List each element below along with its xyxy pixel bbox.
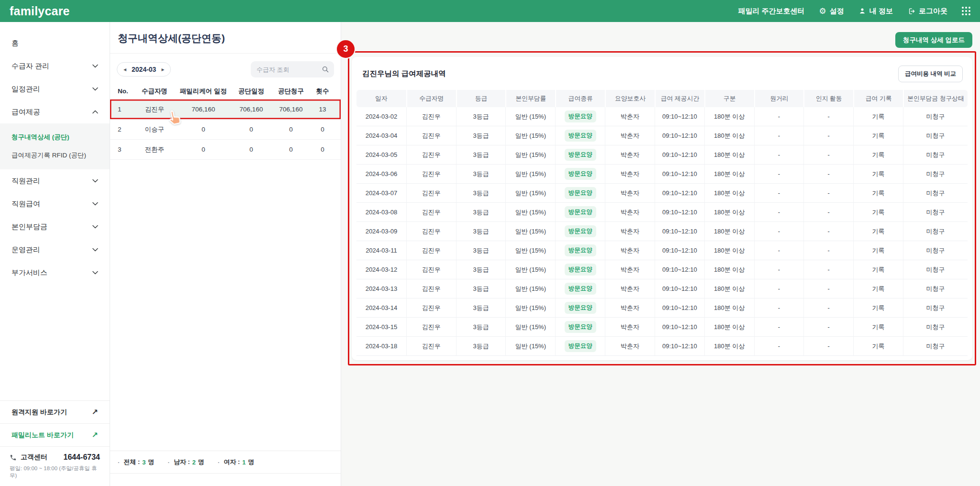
detail-table-body: 2024-03-02김진우3등급일반 (15%)방문요양박춘자09:10~12:… bbox=[356, 107, 968, 356]
cell: 박춘자 bbox=[605, 107, 655, 126]
prev-month-button[interactable]: ◂ bbox=[123, 66, 126, 72]
cell: - bbox=[754, 145, 804, 164]
cell: 김진우 bbox=[406, 184, 456, 202]
sidebar-item-label: 일정관리 bbox=[11, 85, 40, 94]
sidebar-item-label: 급여제공 bbox=[11, 108, 40, 117]
cell: 미청구 bbox=[903, 145, 968, 164]
cell: 일반 (15%) bbox=[505, 126, 555, 145]
cell: 0 bbox=[232, 126, 271, 133]
chevron-down-icon bbox=[92, 271, 98, 275]
sidebar-item-label: 부가서비스 bbox=[11, 268, 47, 277]
logo[interactable]: familycare bbox=[10, 4, 70, 18]
sidebar-item-staff-mgmt[interactable]: 직원관리 bbox=[0, 169, 110, 192]
cell: 일반 (15%) bbox=[505, 279, 555, 298]
column-header: 본인부담률 bbox=[505, 90, 555, 107]
cell: 일반 (15%) bbox=[505, 203, 555, 221]
cell: 일반 (15%) bbox=[505, 260, 555, 279]
cell: 박춘자 bbox=[605, 279, 655, 298]
gear-icon: ⚙ bbox=[819, 7, 826, 15]
cell: 09:10~12:10 bbox=[655, 126, 704, 145]
recipient-table-body: 1김진우706,160706,160706,16013 2이승구00003전환주… bbox=[110, 99, 341, 160]
column-header: 공단일정 bbox=[232, 87, 271, 96]
column-header: 공단청구 bbox=[271, 87, 311, 96]
settings-label: 설정 bbox=[830, 7, 844, 16]
sidebar-item-staff-payroll[interactable]: 직원급여 bbox=[0, 192, 110, 215]
cell: 박춘자 bbox=[605, 126, 655, 145]
cell: 0 bbox=[175, 126, 232, 133]
topbar: familycare 패밀리 주간보호센터 ⚙ 설정 내 정보 bbox=[0, 0, 980, 22]
cell: 일반 (15%) bbox=[505, 165, 555, 183]
cell: 일반 (15%) bbox=[505, 107, 555, 126]
cell: 기록 bbox=[853, 298, 903, 317]
sidebar-subitem-claim-detail[interactable]: 청구내역상세 (공단) bbox=[0, 128, 110, 146]
cell: 3등급 bbox=[456, 222, 506, 241]
detail-row: 2024-03-07김진우3등급일반 (15%)방문요양박춘자09:10~12:… bbox=[356, 184, 968, 203]
sidebar-item-extra-services[interactable]: 부가서비스 bbox=[0, 261, 110, 284]
cell: 09:10~12:10 bbox=[655, 260, 704, 279]
cell: - bbox=[754, 107, 804, 126]
cell: 09:10~12:10 bbox=[655, 279, 704, 298]
benefit-detail-panel: 김진우님의 급여제공내역 급여비용 내역 비교 일자수급자명등급본인부담률급여종… bbox=[352, 57, 972, 360]
sidebar-subitem-label: 급여제공기록 RFID (공단) bbox=[11, 151, 86, 160]
sidebar-item-copayment[interactable]: 본인부담금 bbox=[0, 215, 110, 238]
cell: - bbox=[803, 107, 853, 126]
apps-grid-icon[interactable] bbox=[962, 7, 970, 15]
my-info-button[interactable]: 내 정보 bbox=[858, 7, 893, 16]
recipient-row[interactable]: 2이승구0000 bbox=[110, 120, 341, 140]
sidebar-item-home[interactable]: 홈 bbox=[0, 32, 110, 55]
cell: 3 bbox=[117, 146, 134, 153]
sidebar-item-recipient-mgmt[interactable]: 수급자 관리 bbox=[0, 55, 110, 77]
cell: 김진우 bbox=[406, 318, 456, 336]
cell: 일반 (15%) bbox=[505, 298, 555, 317]
cell: - bbox=[803, 222, 853, 241]
column-header: 수급자명 bbox=[406, 90, 456, 107]
logout-button[interactable]: 로그아웃 bbox=[907, 7, 947, 16]
search-icon[interactable] bbox=[322, 66, 329, 73]
column-header: 급여 제공시간 bbox=[655, 90, 704, 107]
cell: 박춘자 bbox=[605, 203, 655, 221]
cell: 박춘자 bbox=[605, 165, 655, 183]
cell: 180분 이상 bbox=[704, 279, 754, 298]
cell: 3등급 bbox=[456, 184, 506, 202]
remote-support-link[interactable]: 원격지원 바로가기 ↗ bbox=[0, 400, 110, 423]
cell: 3등급 bbox=[456, 279, 506, 298]
detail-row: 2024-03-05김진우3등급일반 (15%)방문요양박춘자09:10~12:… bbox=[356, 145, 968, 165]
recipient-row[interactable]: 3전환주0000 bbox=[110, 140, 341, 160]
center-name: 패밀리 주간보호센터 bbox=[738, 7, 804, 16]
sidebar-subitem-rfid-record[interactable]: 급여제공기록 RFID (공단) bbox=[0, 146, 110, 165]
cell: - bbox=[803, 241, 853, 260]
column-header: 인지 활동 bbox=[803, 90, 853, 107]
cell: 2024-03-14 bbox=[356, 298, 406, 317]
quick-link-label: 패밀리노트 바로가기 bbox=[11, 431, 74, 440]
recipient-row[interactable]: 1김진우706,160706,160706,16013 bbox=[110, 99, 341, 120]
upload-claim-detail-button[interactable]: 청구내역 상세 업로드 bbox=[895, 32, 972, 48]
cell: 180분 이상 bbox=[704, 241, 754, 260]
familynote-link[interactable]: 패밀리노트 바로가기 ↗ bbox=[0, 423, 110, 446]
benefit-type-cell: 방문요양 bbox=[555, 279, 605, 298]
cell: - bbox=[754, 165, 804, 183]
search-input[interactable] bbox=[256, 66, 322, 73]
next-month-button[interactable]: ▸ bbox=[161, 66, 164, 72]
settings-button[interactable]: ⚙ 설정 bbox=[819, 7, 844, 16]
cell: 일반 (15%) bbox=[505, 318, 555, 336]
cell: 김진우 bbox=[406, 165, 456, 183]
cell: 3등급 bbox=[456, 107, 506, 126]
cell: 기록 bbox=[853, 222, 903, 241]
column-header: 요양보호사 bbox=[605, 90, 655, 107]
cell: 김진우 bbox=[406, 145, 456, 164]
benefit-type-cell: 방문요양 bbox=[555, 184, 605, 202]
cell: 미청구 bbox=[903, 107, 968, 126]
chevron-up-icon bbox=[92, 110, 98, 114]
sidebar-item-label: 본인부담금 bbox=[11, 222, 47, 232]
compare-benefit-cost-button[interactable]: 급여비용 내역 비교 bbox=[898, 66, 963, 82]
cell: 김진우 bbox=[406, 107, 456, 126]
cell: 기록 bbox=[853, 337, 903, 355]
cell: - bbox=[803, 165, 853, 183]
column-header: 등급 bbox=[456, 90, 506, 107]
sidebar-item-schedule-mgmt[interactable]: 일정관리 bbox=[0, 77, 110, 100]
sidebar-item-benefit-provision[interactable]: 급여제공 bbox=[0, 100, 110, 123]
cell: 일반 (15%) bbox=[505, 184, 555, 202]
sidebar-item-operations[interactable]: 운영관리 bbox=[0, 238, 110, 261]
cell: 미청구 bbox=[903, 298, 968, 317]
cell: - bbox=[754, 222, 804, 241]
